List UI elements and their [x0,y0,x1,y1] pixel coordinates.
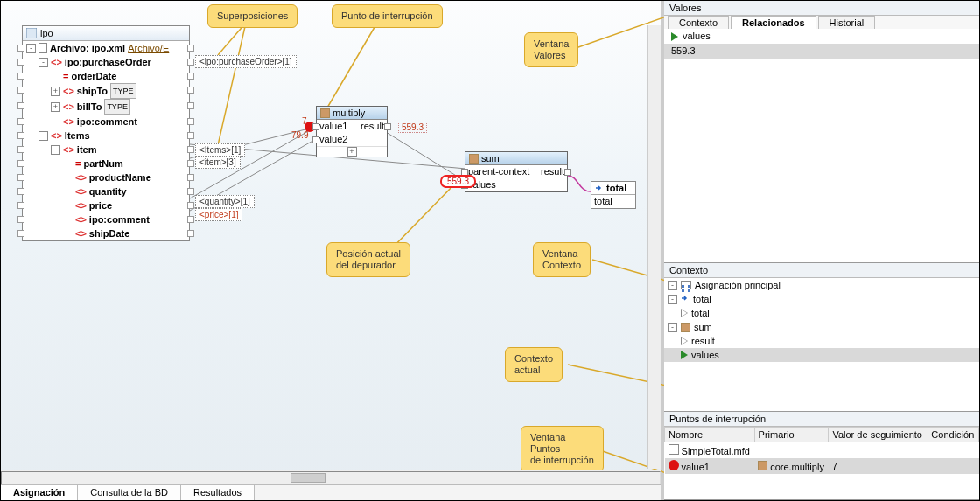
valores-list[interactable]: values559.3 [664,29,979,262]
mapping-canvas[interactable]: ipo -Archivo: ipo.xml Archivo/E-<>ipo:pu… [1,1,664,500]
source-tree-panel[interactable]: ipo -Archivo: ipo.xml Archivo/E-<>ipo:pu… [22,25,190,241]
scroll-thumb[interactable] [290,473,326,483]
input-port[interactable] [18,87,24,94]
output-port[interactable] [187,202,194,209]
input-port[interactable] [18,202,24,209]
output-port[interactable] [187,73,194,80]
tree-row-archivo-ipo-xml[interactable]: -Archivo: ipo.xml Archivo/E [23,41,189,55]
valores-row[interactable]: values [664,29,979,44]
output-port[interactable] [187,87,194,94]
valores-tabs[interactable]: Contexto Relacionados Historial [664,16,979,29]
tree-row-billto[interactable]: +<>billTo TYPE [23,99,189,115]
expand-icon[interactable]: - [38,131,48,141]
bp-col-valor-de-seguimiento[interactable]: Valor de seguimiento [829,428,928,442]
output-port[interactable] [187,45,194,52]
input-port[interactable] [18,118,24,125]
bp-row[interactable]: SimpleTotal.mfd [665,442,979,459]
tree-row-ipo-comment[interactable]: <>ipo:comment [23,212,189,226]
output-port[interactable] [564,169,571,176]
svg-rect-8 [26,28,37,38]
ctx-row-values[interactable]: values [664,348,979,362]
valores-tab-historial[interactable]: Historial [818,16,876,29]
valores-tab-contexto[interactable]: Contexto [668,16,729,29]
bp-col-primario[interactable]: Primario [754,428,829,442]
input-port[interactable] [18,216,24,223]
expand-icon[interactable]: + [51,102,60,112]
tree-row-quantity[interactable]: <>quantity [23,184,189,198]
tree-row-items[interactable]: -<>Items [23,129,189,143]
input-port[interactable] [18,160,24,167]
input-port[interactable] [18,146,24,153]
output-port[interactable] [187,59,194,66]
input-port[interactable] [18,174,24,181]
valores-row[interactable]: 559.3 [664,44,979,59]
bp-col-condici-n[interactable]: Condición [928,428,979,442]
multiply-add-row[interactable]: + [317,146,387,157]
horizontal-scrollbar[interactable] [1,470,661,484]
input-port[interactable] [18,230,24,237]
expand-icon[interactable]: - [668,281,677,290]
expand-icon[interactable]: - [38,58,48,67]
output-port[interactable] [187,146,194,153]
input-port[interactable] [18,73,24,80]
input-port[interactable] [18,45,24,52]
ctx-row-asignaci-n-principal[interactable]: -Asignación principal [664,278,979,292]
ctx-row-result[interactable]: result [664,334,979,348]
expand-icon[interactable]: - [51,145,60,155]
expand-icon[interactable]: - [668,323,677,332]
input-port[interactable] [18,59,24,66]
bottom-tabbar[interactable]: Asignación Consulta de la BD Resultados [1,484,661,500]
contexto-tree[interactable]: -Asignación principal-totaltotal-sumresu… [664,278,979,411]
expand-icon[interactable]: + [51,87,60,96]
output-port[interactable] [384,123,391,130]
sum-function-box[interactable]: sum parent-context result values [465,151,568,192]
output-port[interactable] [187,216,194,223]
breakpoints-panel[interactable]: Puntos de interrupción NombrePrimarioVal… [664,412,979,500]
sum-parentcontext-row[interactable]: parent-context result [466,165,567,178]
contexto-panel[interactable]: Contexto -Asignación principal-totaltota… [664,263,979,412]
file-link[interactable]: Archivo/E [128,41,169,55]
ctx-row-total[interactable]: -total [664,292,979,306]
target-total-row[interactable]: total [592,195,635,208]
vertical-scrollbar[interactable] [647,25,661,469]
bp-row[interactable]: value1 core.multiply7 [665,458,979,474]
tree-row-shipdate[interactable]: <>shipDate [23,226,189,240]
ctx-row-total[interactable]: total [664,306,979,320]
tree-row-price[interactable]: <>price [23,198,189,212]
bp-col-nombre[interactable]: Nombre [665,428,755,442]
output-port[interactable] [187,118,194,125]
tree-row-shipto[interactable]: +<>shipTo TYPE [23,83,189,99]
input-port[interactable] [312,123,319,130]
output-port[interactable] [187,188,194,195]
tab-consulta-bd[interactable]: Consulta de la BD [78,485,181,500]
tree-row-productname[interactable]: <>productName [23,170,189,184]
multiply-value1-row[interactable]: value1 result [317,120,387,133]
input-port[interactable] [18,132,24,139]
tree-row-orderdate[interactable]: =orderDate [23,69,189,83]
sum-values-row[interactable]: values [466,178,567,191]
input-port[interactable] [18,102,24,109]
valores-panel[interactable]: Valores Contexto Relacionados Historial … [664,1,979,263]
tree-row-ipo-comment[interactable]: <>ipo:comment [23,115,189,129]
output-port[interactable] [187,160,194,167]
multiply-function-box[interactable]: multiply value1 result value2 + [316,106,388,157]
valores-tab-relacionados[interactable]: Relacionados [731,16,816,29]
output-port[interactable] [187,132,194,139]
output-port[interactable] [187,102,194,109]
multiply-value2-row[interactable]: value2 [317,133,387,146]
expand-icon[interactable]: - [26,44,36,53]
tree-row-item[interactable]: -<>item [23,143,189,157]
tab-resultados[interactable]: Resultados [181,485,255,500]
output-port[interactable] [187,230,194,237]
ctx-row-sum[interactable]: -sum [664,320,979,334]
tab-asignacion[interactable]: Asignación [1,485,78,500]
breakpoints-table[interactable]: NombrePrimarioValor de seguimientoCondic… [664,427,979,474]
plus-icon[interactable]: + [347,147,357,157]
tree-row-partnum[interactable]: =partNum [23,157,189,170]
expand-icon[interactable]: - [668,295,677,304]
tree-row-ipo-purchaseorder[interactable]: -<>ipo:purchaseOrder [23,55,189,69]
input-port[interactable] [312,136,319,143]
input-port[interactable] [18,188,24,195]
output-port[interactable] [187,174,194,181]
target-total-box[interactable]: total total [591,181,636,209]
